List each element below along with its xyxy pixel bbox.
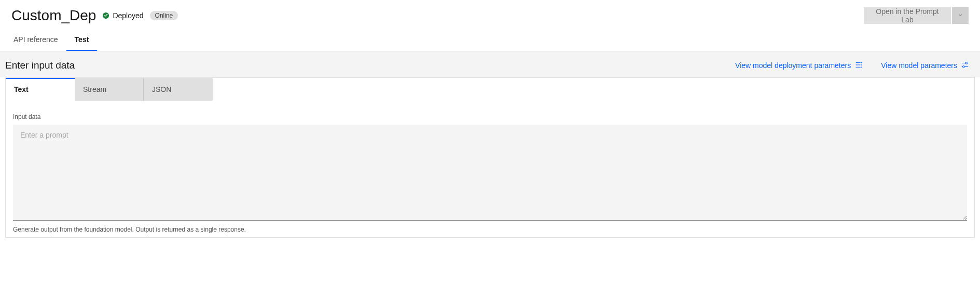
view-deployment-params-label: View model deployment parameters	[735, 61, 851, 70]
input-section: Input data Generate output from the foun…	[6, 101, 974, 237]
header-right: Open in the Prompt Lab	[864, 7, 969, 24]
page-title: Custom_Dep	[11, 7, 96, 24]
main-panel: Text Stream JSON Input data Generate out…	[5, 77, 975, 238]
prompt-input[interactable]	[13, 125, 967, 221]
svg-point-8	[965, 62, 968, 64]
sub-header-links: View model deployment parameters View mo…	[735, 61, 969, 70]
svg-point-5	[861, 64, 862, 65]
tab-test[interactable]: Test	[66, 29, 98, 51]
format-tabs: Text Stream JSON	[6, 78, 974, 101]
chevron-down-icon	[957, 12, 963, 20]
tabs-nav: API reference Test	[0, 29, 980, 51]
sub-header: Enter input data View model deployment p…	[0, 51, 980, 77]
svg-point-4	[861, 62, 862, 63]
status-label: Deployed	[113, 11, 143, 20]
svg-point-6	[861, 66, 862, 68]
settings-sliders-icon	[961, 61, 969, 70]
page-header: Custom_Dep Deployed Online Open in the P…	[0, 0, 980, 29]
sub-tab-stream[interactable]: Stream	[75, 78, 144, 101]
input-label: Input data	[13, 113, 967, 120]
view-model-params-link[interactable]: View model parameters	[881, 61, 969, 70]
sub-tab-text[interactable]: Text	[6, 78, 75, 101]
list-icon	[855, 61, 862, 70]
view-model-params-label: View model parameters	[881, 61, 957, 70]
svg-point-10	[963, 65, 965, 68]
status-badge: Deployed	[102, 11, 143, 20]
view-deployment-params-link[interactable]: View model deployment parameters	[735, 61, 862, 70]
online-badge: Online	[150, 11, 178, 20]
sub-tab-json[interactable]: JSON	[144, 78, 213, 101]
sub-header-title: Enter input data	[5, 60, 75, 71]
input-helper-text: Generate output from the foundation mode…	[13, 226, 967, 233]
open-prompt-lab-button[interactable]: Open in the Prompt Lab	[864, 7, 951, 24]
check-circle-icon	[102, 12, 109, 19]
tab-api-reference[interactable]: API reference	[5, 29, 66, 51]
open-prompt-lab-dropdown[interactable]	[952, 7, 969, 24]
header-left: Custom_Dep Deployed Online	[11, 7, 178, 24]
